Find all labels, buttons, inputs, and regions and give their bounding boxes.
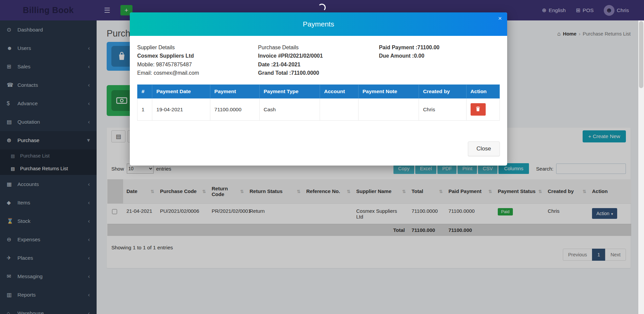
pay-cell-created-by: Chris bbox=[419, 99, 466, 121]
supplier-details-heading: Supplier Details bbox=[137, 43, 258, 52]
supplier-details: Supplier Details Cosmex Suppliers Ltd Mo… bbox=[137, 43, 258, 77]
pay-cell-type: Cash bbox=[259, 99, 320, 121]
purchase-invoice: Invoice #PR/2021/02/0001 bbox=[258, 52, 379, 60]
supplier-mobile: Mobile: 987457875487 bbox=[137, 60, 258, 69]
pay-col-payment-note: Payment Note bbox=[358, 85, 419, 99]
pay-col-payment-date: Payment Date bbox=[152, 85, 210, 99]
payments-modal-body: Supplier Details Cosmex Suppliers Ltd Mo… bbox=[130, 36, 507, 166]
pay-col-num: # bbox=[138, 85, 152, 99]
supplier-email: Email: cosmex@mail.com bbox=[137, 69, 258, 77]
purchase-date: Date :21-04-2021 bbox=[258, 60, 379, 69]
payments-table: # Payment Date Payment Payment Type Acco… bbox=[137, 84, 500, 121]
pay-col-payment: Payment bbox=[210, 85, 260, 99]
payment-row: 1 19-04-2021 71100.0000 Cash Chris bbox=[138, 99, 500, 121]
paid-payment-text: Paid Payment :71100.00 bbox=[379, 43, 500, 52]
pay-cell-num: 1 bbox=[138, 99, 152, 121]
modal-close-button[interactable]: Close bbox=[468, 141, 500, 156]
scrollbar[interactable] bbox=[638, 20, 644, 314]
scrollbar-thumb[interactable] bbox=[639, 21, 643, 88]
pay-cell-date: 19-04-2021 bbox=[152, 99, 210, 121]
pay-col-account: Account bbox=[320, 85, 358, 99]
modal-close-icon[interactable]: × bbox=[498, 15, 502, 21]
pay-col-created-by: Created by bbox=[419, 85, 466, 99]
pay-col-action: Action bbox=[466, 85, 499, 99]
pay-cell-payment: 71100.0000 bbox=[210, 99, 260, 121]
payment-info-row: Supplier Details Cosmex Suppliers Ltd Mo… bbox=[137, 43, 500, 77]
payments-modal-header: Payments × bbox=[130, 12, 507, 36]
modal-footer: Close bbox=[137, 141, 500, 156]
payment-summary: Paid Payment :71100.00 Due Amount :0.00 bbox=[379, 43, 500, 77]
purchase-details: Purchase Details Invoice #PR/2021/02/000… bbox=[258, 43, 379, 77]
pay-cell-account bbox=[320, 99, 358, 121]
pay-col-payment-type: Payment Type bbox=[259, 85, 320, 99]
purchase-grand-total: Grand Total :71100.0000 bbox=[258, 69, 379, 77]
purchase-details-heading: Purchase Details bbox=[258, 43, 379, 52]
modal-title: Payments bbox=[303, 20, 334, 28]
loading-spinner bbox=[318, 4, 326, 11]
trash-icon bbox=[476, 106, 480, 113]
payments-modal: Payments × Supplier Details Cosmex Suppl… bbox=[130, 12, 507, 166]
payments-header-row: # Payment Date Payment Payment Type Acco… bbox=[138, 85, 500, 99]
supplier-name: Cosmex Suppliers Ltd bbox=[137, 52, 258, 60]
due-amount-text: Due Amount :0.00 bbox=[379, 52, 500, 60]
pay-cell-action bbox=[466, 99, 499, 121]
delete-payment-button[interactable] bbox=[471, 103, 486, 116]
pay-cell-note bbox=[358, 99, 419, 121]
